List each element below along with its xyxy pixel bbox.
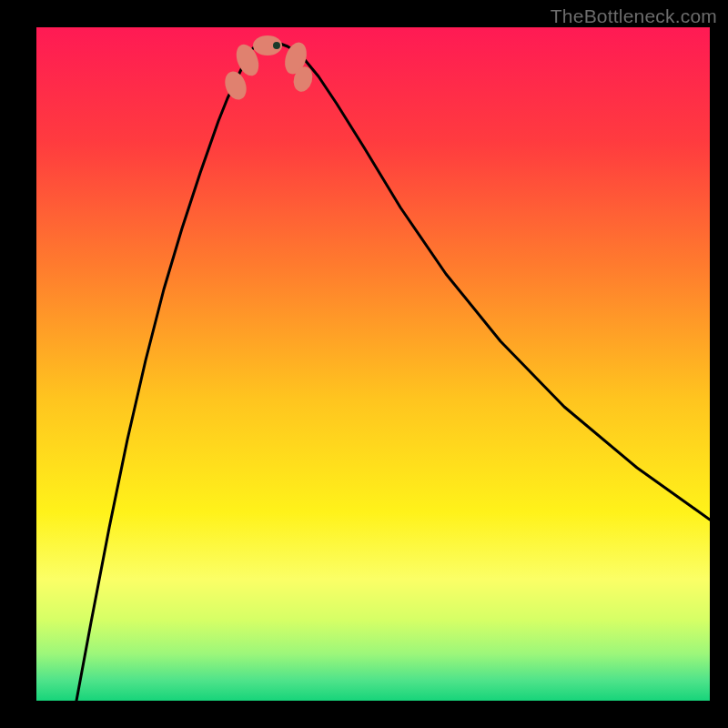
chart-svg bbox=[36, 27, 710, 701]
watermark-text: TheBottleneck.com bbox=[551, 5, 717, 27]
center-dot bbox=[273, 42, 280, 49]
gradient-background bbox=[36, 27, 710, 701]
plot-area bbox=[36, 27, 710, 701]
chart-frame: TheBottleneck.com bbox=[0, 0, 728, 728]
